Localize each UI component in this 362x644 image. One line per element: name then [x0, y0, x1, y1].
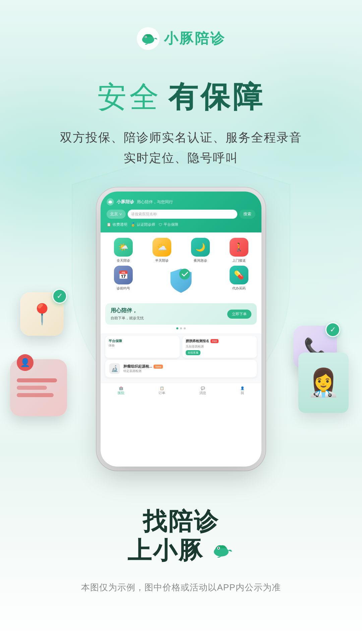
- nav-item-hospital[interactable]: 🏥 医院: [118, 386, 124, 395]
- feature-tag-label-1: 收费透明: [113, 222, 127, 227]
- messages-icon: 💬: [201, 386, 205, 390]
- service-grid-section: 🌤️ 全天陪诊 ⛅ 半天陪诊 🌙 夜间急诊 🚶 上门接送 📅 诊前约: [101, 232, 261, 299]
- location-select[interactable]: 北京 ∨: [107, 210, 126, 219]
- phone-area: 📍 ✓ 📞 ✓ 小豚陪诊 用心陪伴，与您同行: [0, 185, 362, 487]
- nurse-emoji: 👩‍⚕️: [307, 367, 340, 398]
- feature-tag-platform: 🛡 平台保障: [159, 222, 178, 227]
- service-name-1: 半天陪诊: [155, 258, 169, 263]
- hero-subtitle-line2: 实时定位、隐号呼叫: [20, 148, 342, 168]
- info-card-1-title: 膀胱癌检测报名: [186, 339, 209, 343]
- hero-section: 安全 有保障 双方投保、陪诊师实名认证、服务全程录音 实时定位、隐号呼叫: [0, 64, 362, 178]
- banner-cta[interactable]: 立即下单: [227, 310, 251, 319]
- feature-tags: 📋 收费透明 🏅 认证陪诊师 🛡 平台保障: [107, 222, 255, 227]
- svg-point-3: [145, 37, 146, 38]
- orders-icon: 📋: [160, 386, 164, 390]
- service-icon-7: 💊: [230, 266, 248, 284]
- service-name-7: 代办买药: [232, 286, 246, 291]
- nav-item-profile[interactable]: 👤 我: [240, 386, 244, 395]
- location-check-badge: ✓: [52, 289, 67, 304]
- app-logo-row: 小豚陪诊 用心陪伴，与您同行: [107, 198, 255, 206]
- bottom-title-row2: 上小豚: [13, 536, 349, 565]
- nav-hospital-label: 医院: [118, 391, 124, 395]
- nav-profile-label: 我: [241, 391, 244, 395]
- banner-subtitle: 自助下单，就诊无忧: [111, 316, 144, 321]
- platform-experience-label: 体验: [109, 343, 176, 348]
- feature-tag-certified: 🏅 认证陪诊师: [131, 222, 155, 227]
- chat-user-icon: 👤: [17, 354, 34, 371]
- info-card-2-icon: 🔬: [109, 363, 120, 374]
- feature-tag-label-3: 平台保障: [164, 222, 178, 227]
- service-name-3: 上门接送: [232, 258, 246, 263]
- profile-icon: 👤: [240, 386, 244, 390]
- service-name-2: 夜间急诊: [194, 258, 207, 263]
- header: 小豚陪诊: [0, 0, 362, 64]
- search-bar[interactable]: 北京 ∨ 请搜索医院名称 搜索: [107, 210, 255, 219]
- service-item-7[interactable]: 💊 代办买药: [221, 266, 257, 296]
- hero-title: 安全 有保障: [20, 77, 342, 117]
- phone-nav: 🏥 医院 📋 订单 💬 消息 👤 我: [101, 383, 261, 397]
- banner-title: 用心陪伴，: [111, 307, 144, 314]
- service-item-1[interactable]: ⛅ 半天陪诊: [144, 238, 180, 263]
- info-card-2-title: 肿瘤组织起源检...: [123, 364, 152, 369]
- platform-info-row: 平台保障 体验 膀胱癌检测报名 Hot 无创基因检测 在线客服: [105, 336, 257, 358]
- chat-line-2: [17, 386, 47, 390]
- service-name-4: 诊前约号: [117, 286, 130, 291]
- app-logo-text: 小豚陪诊: [164, 29, 226, 48]
- service-icon-0: 🌤️: [114, 238, 133, 257]
- banner-card[interactable]: 用心陪伴， 自助下单，就诊无忧 立即下单: [105, 303, 257, 325]
- nav-item-orders[interactable]: 📋 订单: [159, 386, 165, 395]
- shield-check-icon: [166, 266, 196, 296]
- new-badge: New: [154, 365, 163, 369]
- svg-point-6: [179, 269, 190, 279]
- search-input[interactable]: 请搜索医院名称: [128, 210, 237, 219]
- service-item-shield: [144, 266, 218, 296]
- service-icon-3: 🚶: [230, 238, 248, 257]
- service-name-0: 全天陪诊: [117, 258, 130, 263]
- call-check-badge: ✓: [325, 322, 340, 337]
- hero-title-thin: 安全: [97, 77, 162, 117]
- logo-container: 小豚陪诊: [136, 27, 226, 50]
- service-icon-1: ⛅: [153, 238, 171, 257]
- chat-line-1: [17, 378, 57, 382]
- hero-subtitle: 双方投保、陪诊师实名认证、服务全程录音 实时定位、隐号呼叫: [20, 127, 342, 168]
- bottom-title-line2: 上小豚: [127, 536, 204, 565]
- service-icon-4: 📅: [114, 266, 133, 284]
- search-button[interactable]: 搜索: [239, 210, 255, 219]
- float-nurse: 👩‍⚕️: [298, 353, 352, 420]
- online-service-btn[interactable]: 在线客服: [186, 350, 200, 355]
- service-item-2[interactable]: 🌙 夜间急诊: [182, 238, 218, 263]
- dot-1: [176, 327, 178, 329]
- float-location-bubble: 📍 ✓: [20, 292, 74, 346]
- banner-text: 用心陪伴， 自助下单，就诊无忧: [111, 307, 144, 321]
- bottom-dolphin-icon: [208, 537, 235, 564]
- service-item-4[interactable]: 📅 诊前约号: [105, 266, 141, 296]
- service-item-3[interactable]: 🚶 上门接送: [221, 238, 257, 263]
- float-chat-bubble: 👤: [10, 359, 77, 426]
- bottom-branding: 找陪诊 上小豚: [0, 487, 362, 575]
- app-header: 小豚陪诊 用心陪伴，与您同行 北京 ∨ 请搜索医院名称 搜索 📋 收费透明: [101, 192, 261, 232]
- service-grid: 🌤️ 全天陪诊 ⛅ 半天陪诊 🌙 夜间急诊 🚶 上门接送 📅 诊前约: [105, 238, 257, 296]
- svg-point-9: [218, 547, 219, 549]
- nav-orders-label: 订单: [159, 391, 165, 395]
- feature-tag-label-2: 认证陪诊师: [137, 222, 155, 227]
- bottom-title-line1: 找陪诊: [13, 507, 349, 536]
- service-icon-2: 🌙: [191, 238, 210, 257]
- nav-item-messages[interactable]: 💬 消息: [199, 386, 206, 395]
- info-card-1[interactable]: 膀胱癌检测报名 Hot 无创基因检测 在线客服: [182, 336, 257, 358]
- info-card-2[interactable]: 🔬 肿瘤组织起源检... New 特定基因检测: [105, 360, 257, 377]
- dots-row: [105, 327, 257, 329]
- app-name-label: 小豚陪诊: [117, 199, 134, 205]
- feature-tag-transparent: 📋 收费透明: [107, 222, 127, 227]
- hero-subtitle-line1: 双方投保、陪诊师实名认证、服务全程录音: [20, 127, 342, 148]
- platform-safety-label: 平台保障: [109, 339, 176, 343]
- app-slogan-label: 用心陪伴，与您同行: [137, 199, 173, 205]
- info-card-2-sub: 特定基因检测: [123, 369, 253, 373]
- platform-safety-card: 平台保障 体验: [105, 336, 180, 358]
- nav-messages-label: 消息: [199, 391, 206, 395]
- hot-badge: Hot: [210, 339, 219, 343]
- dolphin-logo-icon: [136, 27, 160, 50]
- phone-frame: 小豚陪诊 用心陪伴，与您同行 北京 ∨ 请搜索医院名称 搜索 📋 收费透明: [101, 192, 261, 467]
- phone-bottom: 平台保障 体验 膀胱癌检测报名 Hot 无创基因检测 在线客服 🔬 肿瘤组织起源…: [101, 333, 261, 383]
- service-item-0[interactable]: 🌤️ 全天陪诊: [105, 238, 141, 263]
- hero-title-bold: 有保障: [168, 77, 265, 117]
